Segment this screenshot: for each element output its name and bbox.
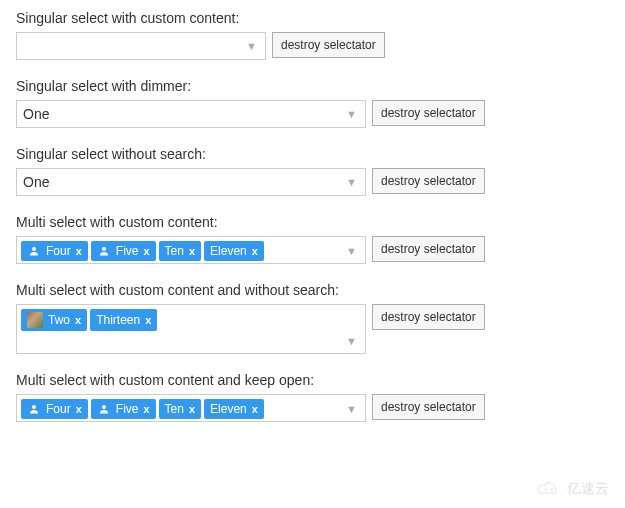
tag-five[interactable]: Five x <box>91 399 156 419</box>
tag-thirteen[interactable]: Thirteen x <box>90 309 157 331</box>
tag-label: Eleven <box>210 245 247 257</box>
tag-label: Ten <box>165 245 184 257</box>
person-icon <box>97 244 111 258</box>
multi-select[interactable]: Four x Five x Ten x Eleven x ▼ <box>16 236 366 264</box>
section-label: Singular select without search: <box>16 146 609 162</box>
tag-remove-icon[interactable]: x <box>189 404 195 415</box>
destroy-button[interactable]: destroy selectator <box>272 32 385 58</box>
select-value: One <box>23 174 342 190</box>
control-row: Four x Five x Ten x Eleven x ▼ des <box>16 236 609 264</box>
tag-list: Four x Five x Ten x Eleven x <box>21 241 342 261</box>
control-row: ▼ destroy selectator <box>16 32 609 60</box>
tag-remove-icon[interactable]: x <box>76 404 82 415</box>
tag-remove-icon[interactable]: x <box>252 404 258 415</box>
chevron-down-icon: ▼ <box>342 403 361 415</box>
control-row: Four x Five x Ten x Eleven x ▼ des <box>16 394 609 422</box>
person-icon <box>97 402 111 416</box>
chevron-down-icon: ▼ <box>342 108 361 120</box>
avatar-icon <box>27 312 43 328</box>
section-multi-keep-open: Multi select with custom content and kee… <box>16 372 609 422</box>
select-dropdown[interactable]: ▼ <box>16 32 266 60</box>
tag-label: Four <box>46 403 71 415</box>
tag-label: Four <box>46 245 71 257</box>
tag-four[interactable]: Four x <box>21 241 88 261</box>
section-singular-dimmer: Singular select with dimmer: One ▼ destr… <box>16 78 609 128</box>
tag-remove-icon[interactable]: x <box>76 246 82 257</box>
destroy-button[interactable]: destroy selectator <box>372 168 485 194</box>
section-label: Multi select with custom content and wit… <box>16 282 609 298</box>
section-label: Multi select with custom content: <box>16 214 609 230</box>
tag-label: Five <box>116 245 139 257</box>
section-singular-custom-content: Singular select with custom content: ▼ d… <box>16 10 609 60</box>
tag-remove-icon[interactable]: x <box>145 315 151 326</box>
section-multi-custom-content: Multi select with custom content: Four x… <box>16 214 609 264</box>
chevron-down-icon: ▼ <box>342 176 361 188</box>
select-value: One <box>23 106 342 122</box>
chevron-down-icon: ▼ <box>342 335 361 347</box>
tag-remove-icon[interactable]: x <box>189 246 195 257</box>
tag-eleven[interactable]: Eleven x <box>204 399 264 419</box>
tag-list: Two x Thirteen x <box>21 309 342 331</box>
chevron-down-icon: ▼ <box>342 245 361 257</box>
tag-two[interactable]: Two x <box>21 309 87 331</box>
control-row: Two x Thirteen x ▼ destroy selectator <box>16 304 609 354</box>
tag-remove-icon[interactable]: x <box>75 315 81 326</box>
tag-label: Ten <box>165 403 184 415</box>
tag-label: Two <box>48 314 70 326</box>
tag-eleven[interactable]: Eleven x <box>204 241 264 261</box>
destroy-button[interactable]: destroy selectator <box>372 304 485 330</box>
tag-label: Five <box>116 403 139 415</box>
tag-remove-icon[interactable]: x <box>252 246 258 257</box>
tag-remove-icon[interactable]: x <box>143 246 149 257</box>
tag-remove-icon[interactable]: x <box>143 404 149 415</box>
multi-select[interactable]: Four x Five x Ten x Eleven x ▼ <box>16 394 366 422</box>
chevron-down-icon: ▼ <box>242 40 261 52</box>
section-label: Multi select with custom content and kee… <box>16 372 609 388</box>
person-icon <box>27 402 41 416</box>
svg-point-3 <box>102 405 106 409</box>
section-singular-no-search: Singular select without search: One ▼ de… <box>16 146 609 196</box>
tag-five[interactable]: Five x <box>91 241 156 261</box>
section-label: Singular select with custom content: <box>16 10 609 26</box>
svg-point-2 <box>32 405 36 409</box>
svg-point-1 <box>102 247 106 251</box>
section-label: Singular select with dimmer: <box>16 78 609 94</box>
section-multi-no-search: Multi select with custom content and wit… <box>16 282 609 354</box>
svg-point-0 <box>32 247 36 251</box>
tag-label: Thirteen <box>96 314 140 326</box>
multi-select[interactable]: Two x Thirteen x ▼ <box>16 304 366 354</box>
tag-list: Four x Five x Ten x Eleven x <box>21 399 342 419</box>
tag-label: Eleven <box>210 403 247 415</box>
tag-four[interactable]: Four x <box>21 399 88 419</box>
destroy-button[interactable]: destroy selectator <box>372 100 485 126</box>
tag-ten[interactable]: Ten x <box>159 241 201 261</box>
destroy-button[interactable]: destroy selectator <box>372 394 485 420</box>
tag-ten[interactable]: Ten x <box>159 399 201 419</box>
destroy-button[interactable]: destroy selectator <box>372 236 485 262</box>
control-row: One ▼ destroy selectator <box>16 100 609 128</box>
select-dropdown[interactable]: One ▼ <box>16 168 366 196</box>
select-dropdown[interactable]: One ▼ <box>16 100 366 128</box>
person-icon <box>27 244 41 258</box>
control-row: One ▼ destroy selectator <box>16 168 609 196</box>
